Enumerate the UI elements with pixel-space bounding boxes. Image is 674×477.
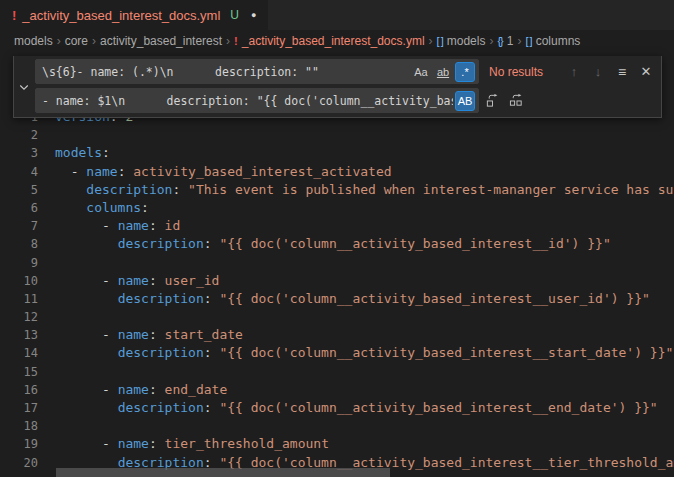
error-icon: !	[234, 35, 238, 47]
breadcrumb-item-core[interactable]: core	[65, 34, 88, 48]
line-number[interactable]: 16	[0, 381, 38, 399]
code-line[interactable]: 4 - name: activity_based_interest_activa…	[0, 163, 674, 181]
code-line[interactable]: 13 - name: start_date	[0, 326, 674, 344]
breadcrumb-item-activity-based-interest[interactable]: activity_based_interest	[100, 34, 222, 48]
replace-all-button[interactable]	[505, 90, 527, 112]
line-number[interactable]: 2	[0, 126, 38, 144]
match-case-button[interactable]: Aa	[411, 62, 431, 82]
chevron-right-icon: ›	[225, 34, 231, 48]
breadcrumb-item-models[interactable]: models	[14, 34, 53, 48]
find-input-value: \s{6}- name: (.*)\n description: ""	[42, 65, 409, 79]
line-number[interactable]: 17	[0, 399, 38, 417]
code-line[interactable]: 3models:	[0, 144, 674, 162]
line-number[interactable]: 9	[0, 254, 38, 272]
line-number[interactable]: 5	[0, 181, 38, 199]
line-number[interactable]: 4	[0, 163, 38, 181]
breadcrumb-label: core	[65, 34, 88, 48]
tab-activity-based-interest-docs[interactable]: ! _activity_based_interest_docs.yml U ●	[0, 0, 268, 30]
horizontal-scrollbar[interactable]	[56, 468, 390, 477]
code-line[interactable]: 19 - name: tier_threshold_amount	[0, 435, 674, 453]
breadcrumb-label: columns	[536, 34, 581, 48]
code-line-text: description: "This event is published wh…	[38, 181, 674, 199]
code-line[interactable]: 9	[0, 254, 674, 272]
chevron-right-icon: ›	[428, 34, 434, 48]
tab-filename: _activity_based_interest_docs.yml	[22, 8, 220, 23]
replace-icon	[485, 93, 500, 108]
code-line[interactable]: 10 - name: user_id	[0, 272, 674, 290]
toggle-replace-button[interactable]	[14, 56, 34, 117]
find-in-selection-button[interactable]: ≡	[611, 61, 633, 83]
line-number[interactable]: 8	[0, 235, 38, 253]
line-number[interactable]: 19	[0, 435, 38, 453]
code-line-text: - name: start_date	[38, 326, 243, 344]
code-line-text: - name: end_date	[38, 381, 227, 399]
line-number[interactable]: 7	[0, 217, 38, 235]
chevron-right-icon: ›	[488, 34, 494, 48]
preserve-case-button[interactable]: AB	[455, 91, 475, 111]
code-line-text: - name: tier_threshold_amount	[38, 435, 329, 453]
find-row: \s{6}- name: (.*)\n description: "" Aa a…	[35, 59, 657, 84]
breadcrumb-label: models	[447, 34, 486, 48]
array-icon: [ ]	[437, 35, 443, 47]
line-number[interactable]: 13	[0, 326, 38, 344]
error-file-icon: !	[12, 8, 16, 23]
line-number[interactable]: 11	[0, 290, 38, 308]
code-line-text: columns:	[38, 199, 149, 217]
line-number[interactable]: 14	[0, 344, 38, 362]
code-line[interactable]: 11 description: "{{ doc('column__activit…	[0, 290, 674, 308]
code-line[interactable]: 12	[0, 308, 674, 326]
chevron-down-icon	[18, 81, 30, 93]
line-number[interactable]: 18	[0, 417, 38, 435]
breadcrumb-item-symbol-models[interactable]: [ ] models	[437, 34, 486, 48]
code-line[interactable]: 14 description: "{{ doc('column__activit…	[0, 344, 674, 362]
breadcrumb-label: models	[14, 34, 53, 48]
code-line[interactable]: 2	[0, 126, 674, 144]
breadcrumb-item-symbol-1[interactable]: {} 1	[497, 34, 513, 48]
code-line-text	[38, 417, 55, 435]
code-line[interactable]: 8 description: "{{ doc('column__activity…	[0, 235, 674, 253]
replace-button[interactable]	[481, 90, 503, 112]
line-number[interactable]: 3	[0, 144, 38, 162]
line-number[interactable]: 15	[0, 363, 38, 381]
code-line[interactable]: 7 - name: id	[0, 217, 674, 235]
code-line[interactable]: 16 - name: end_date	[0, 381, 674, 399]
code-line-text: models:	[38, 144, 110, 162]
code-line[interactable]: 15	[0, 363, 674, 381]
line-number[interactable]: 6	[0, 199, 38, 217]
next-match-button[interactable]: ↓	[587, 61, 609, 83]
array-icon: [ ]	[525, 35, 531, 47]
code-line-text: description: "{{ doc('column__activity_b…	[38, 290, 650, 308]
code-line-text: description: "{{ doc('column__activity_b…	[38, 344, 673, 362]
line-number[interactable]: 12	[0, 308, 38, 326]
regex-button[interactable]: .*	[455, 62, 475, 82]
code-line-text: description: "{{ doc('column__activity_b…	[38, 235, 611, 253]
whole-word-button[interactable]: ab	[433, 62, 453, 82]
breadcrumb-item-symbol-columns[interactable]: [ ] columns	[525, 34, 580, 48]
dirty-indicator[interactable]: ●	[251, 10, 256, 20]
breadcrumb-label: activity_based_interest	[100, 34, 222, 48]
code-line-text	[38, 254, 55, 272]
find-results-count: No results	[489, 65, 543, 79]
code-line[interactable]: 5 description: "This event is published …	[0, 181, 674, 199]
close-button[interactable]: ✕	[635, 61, 657, 83]
code-line-text	[38, 363, 55, 381]
code-line[interactable]: 17 description: "{{ doc('column__activit…	[0, 399, 674, 417]
line-number[interactable]: 20	[0, 454, 38, 472]
code-line-text: description: "{{ doc('column__activity_b…	[38, 399, 658, 417]
code-line-text: - name: id	[38, 217, 180, 235]
code-line[interactable]: 18	[0, 417, 674, 435]
code-line[interactable]: 6 columns:	[0, 199, 674, 217]
breadcrumb-item-file[interactable]: ! _activity_based_interest_docs.yml	[234, 34, 424, 48]
replace-input[interactable]: - name: $1\n description: "{{ doc('colum…	[35, 88, 479, 113]
find-input[interactable]: \s{6}- name: (.*)\n description: "" Aa a…	[35, 59, 479, 84]
code-line-text: - name: activity_based_interest_activate…	[38, 163, 392, 181]
previous-match-button[interactable]: ↑	[563, 61, 585, 83]
breadcrumb-label: 1	[507, 34, 514, 48]
chevron-right-icon: ›	[516, 34, 522, 48]
find-replace-widget: \s{6}- name: (.*)\n description: "" Aa a…	[13, 56, 662, 118]
line-number[interactable]: 10	[0, 272, 38, 290]
git-status-badge: U	[230, 8, 239, 22]
code-line-text	[38, 308, 55, 326]
chevron-right-icon: ›	[56, 34, 62, 48]
code-line-text: - name: user_id	[38, 272, 219, 290]
